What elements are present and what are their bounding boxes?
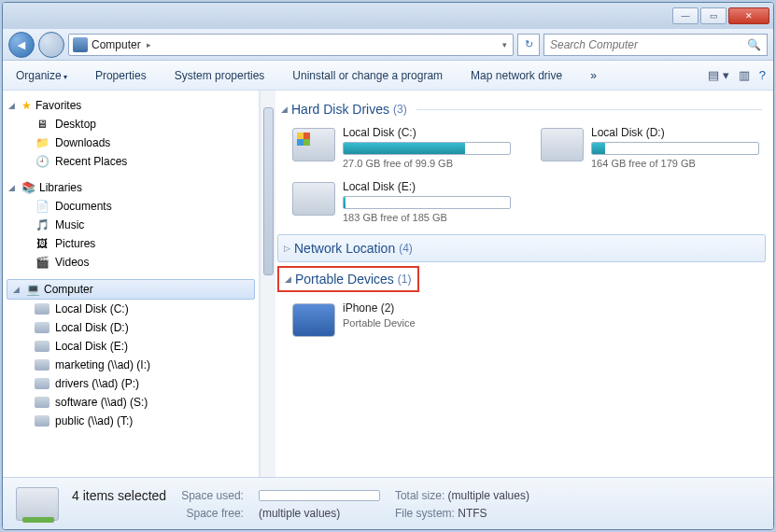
title-bar: ― ▭ ✕ [3,3,773,29]
sidebar-item-pictures[interactable]: 🖼Pictures [3,234,259,253]
breadcrumb-dropdown[interactable]: ▾ [502,40,507,49]
content-pane: ◢ Hard Disk Drives (3) Local Disk (C:) 2… [275,91,773,477]
network-drive-icon [35,359,49,371]
computer-icon: 💻 [26,283,40,296]
drive-c[interactable]: Local Disk (C:) 27.0 GB free of 99.9 GB [292,126,516,169]
address-bar[interactable]: Computer ▸ ▾ [68,34,514,56]
collapse-icon: ◢ [281,105,288,114]
maximize-button[interactable]: ▭ [700,7,727,24]
more-commands[interactable]: » [585,65,602,86]
search-input[interactable] [550,38,747,51]
computer-header[interactable]: ◢ 💻 Computer [7,279,255,300]
device-icon [292,303,335,337]
portable-device-iphone[interactable]: iPhone (2) Portable Device [292,301,516,337]
drive-status-icon [16,487,59,521]
drive-e[interactable]: Local Disk (E:) 183 GB free of 185 GB [292,180,516,223]
refresh-button[interactable]: ↻ [517,34,540,56]
document-icon: 📄 [35,200,49,213]
collapse-icon: ◢ [8,101,18,110]
pictures-icon: 🖼 [35,237,49,250]
collapse-icon: ◢ [13,285,22,294]
system-properties-button[interactable]: System properties [169,65,271,86]
sidebar-item-localdisk-d[interactable]: Local Disk (D:) [3,318,259,337]
sidebar-item-documents[interactable]: 📄Documents [3,197,259,216]
videos-icon: 🎬 [35,256,49,269]
music-icon: 🎵 [35,218,49,231]
sidebar-item-videos[interactable]: 🎬Videos [3,253,259,272]
group-portable-header[interactable]: ◢ Portable Devices (1) [277,266,419,292]
sidebar-scrollbar[interactable] [260,91,275,477]
forward-button[interactable] [38,32,64,58]
search-box[interactable]: 🔍 [543,34,768,56]
collapse-icon: ◢ [8,183,18,192]
drive-d[interactable]: Local Disk (D:) 164 GB free of 179 GB [541,126,765,169]
libraries-header[interactable]: ◢ 📚 Libraries [3,178,259,197]
sidebar-item-downloads[interactable]: 📁Downloads [3,133,259,152]
sidebar-item-net-public[interactable]: public (\\ad) (T:) [3,412,259,430]
desktop-icon: 🖥 [35,118,49,131]
usage-bar [343,142,511,155]
details-pane: 4 items selected Space used: Total size:… [3,477,773,529]
chevron-right-icon[interactable]: ▸ [147,40,151,49]
sidebar-item-net-drivers[interactable]: drivers (\\ad) (P:) [3,374,259,393]
network-drive-icon [35,415,49,427]
drive-icon [292,128,335,161]
computer-label: Computer [44,283,93,296]
breadcrumb-root[interactable]: Computer [92,38,141,51]
drive-icon [541,128,584,161]
network-drive-icon [35,378,49,389]
usage-bar [591,142,759,155]
drive-icon [35,322,49,333]
sidebar-item-localdisk-c[interactable]: Local Disk (C:) [3,300,259,318]
sidebar-item-music[interactable]: 🎵Music [3,216,259,234]
status-selected: 4 items selected [72,488,166,503]
view-options-button[interactable]: ▤ ▾ [708,68,729,82]
properties-button[interactable]: Properties [90,65,152,86]
favorites-header[interactable]: ◢ ★ Favorites [3,96,259,115]
minimize-button[interactable]: ― [672,7,698,24]
uninstall-button[interactable]: Uninstall or change a program [287,65,448,86]
map-drive-button[interactable]: Map network drive [465,65,568,86]
folder-icon: 📁 [35,136,49,149]
navigation-pane: ◢ ★ Favorites 🖥Desktop 📁Downloads 🕘Recen… [3,91,260,477]
star-icon: ★ [21,99,32,112]
group-hdd-header[interactable]: ◢ Hard Disk Drives (3) [277,96,766,120]
help-button[interactable]: ? [759,68,766,82]
sidebar-item-net-marketing[interactable]: marketing (\\ad) (I:) [3,356,259,374]
usage-bar [343,196,511,209]
computer-icon [73,37,88,52]
drive-icon [292,182,335,216]
collapse-icon: ◢ [285,274,291,284]
group-network-header[interactable]: ▷ Network Location (4) [277,234,766,262]
back-button[interactable]: ◄ [8,32,35,58]
favorites-label: Favorites [35,99,81,112]
sidebar-item-net-software[interactable]: software (\\ad) (S:) [3,393,259,412]
preview-pane-button[interactable]: ▥ [739,68,750,82]
sidebar-item-localdisk-e[interactable]: Local Disk (E:) [3,337,259,356]
close-button[interactable]: ✕ [728,7,769,24]
drive-icon [35,303,49,315]
expand-icon: ▷ [284,244,290,253]
nav-bar: ◄ Computer ▸ ▾ ↻ 🔍 [3,29,773,61]
command-bar: Organize Properties System properties Un… [3,61,773,91]
libraries-label: Libraries [39,181,82,194]
drive-icon [35,341,49,352]
organize-menu[interactable]: Organize [10,65,73,86]
libraries-icon: 📚 [21,181,35,194]
search-icon: 🔍 [747,38,761,51]
space-used-bar [259,490,380,501]
network-drive-icon [35,397,49,408]
sidebar-item-recent[interactable]: 🕘Recent Places [3,152,259,171]
sidebar-item-desktop[interactable]: 🖥Desktop [3,115,259,133]
recent-icon: 🕘 [35,155,49,168]
